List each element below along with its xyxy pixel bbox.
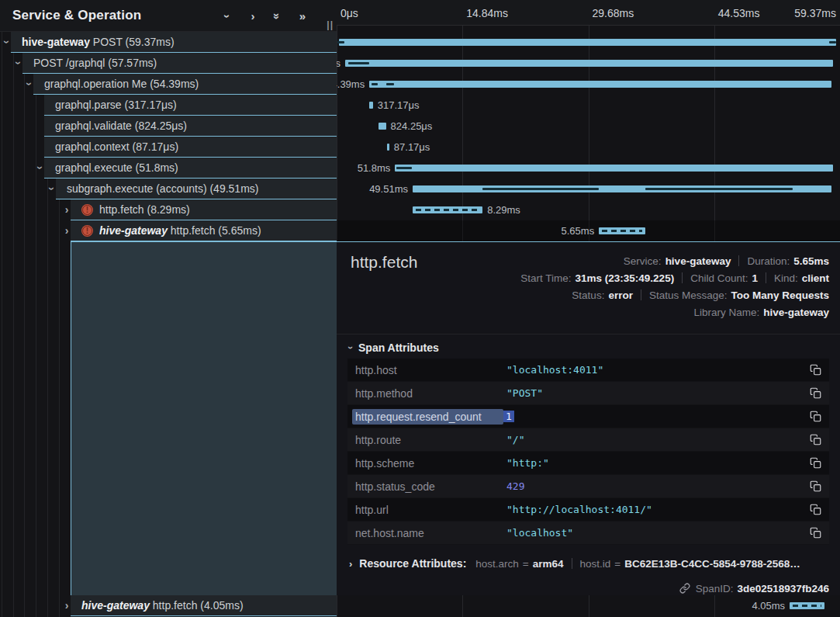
child-span-mark xyxy=(829,41,835,43)
meta-label: Status: xyxy=(572,289,604,301)
span-row[interactable]: ›graphql.operation Me (54.39ms) xyxy=(33,74,337,95)
span-duration-bar[interactable] xyxy=(395,165,833,172)
timeline-row: 49.51ms xyxy=(337,179,840,199)
attribute-value[interactable]: "localhost:4011" xyxy=(506,364,806,376)
equals-sign: = xyxy=(523,558,529,570)
chevron-down-icon[interactable]: › xyxy=(0,36,17,47)
attribute-row: http.scheme"http:" xyxy=(347,452,829,475)
child-span-marks xyxy=(793,605,821,607)
chevron-right-icon: › xyxy=(349,558,352,570)
span-row[interactable]: ›graphql.execute (51.8ms) xyxy=(44,158,337,179)
service-name: hive-gateway xyxy=(22,36,90,48)
attribute-key[interactable]: http.request.resend_count xyxy=(352,409,503,425)
timeline-row: 317.17μs xyxy=(337,95,840,116)
tree-row: graphql.validate (824.25μs) xyxy=(0,116,337,137)
attribute-value[interactable]: 429 xyxy=(506,480,806,492)
chevron-right-icon[interactable]: › xyxy=(61,199,72,220)
detail-meta-line: Start Time:31ms (23:35:49.225)Child Coun… xyxy=(520,269,829,286)
attribute-key[interactable]: http.route xyxy=(355,434,506,446)
time-tick-label: 0μs xyxy=(337,0,358,26)
link-icon[interactable] xyxy=(679,583,690,594)
span-row[interactable]: ›hive-gateway POST (59.37ms) xyxy=(11,32,337,53)
span-duration-bar[interactable] xyxy=(379,123,386,130)
meta-value: 31ms (23:35:49.225) xyxy=(576,272,675,284)
double-chevron-down-icon[interactable]: » xyxy=(271,10,284,23)
span-row[interactable]: ›hive-gateway http.fetch (5.65ms) xyxy=(71,220,337,241)
span-row[interactable]: ›POST /graphql (57.57ms) xyxy=(22,53,337,74)
span-duration-bar[interactable] xyxy=(345,60,833,67)
meta-value: hive-gateway xyxy=(665,255,731,267)
copy-icon[interactable] xyxy=(806,434,821,445)
chevron-down-icon[interactable]: › xyxy=(30,162,50,173)
attribute-key[interactable]: net.host.name xyxy=(355,527,506,539)
chevron-down-icon[interactable]: › xyxy=(19,78,40,89)
resource-attributes-title[interactable]: Resource Attributes: xyxy=(359,557,466,570)
service-name: hive-gateway xyxy=(81,599,150,612)
attribute-key[interactable]: http.host xyxy=(355,364,506,376)
span-row[interactable]: ›hive-gateway http.fetch (4.05ms) xyxy=(71,595,337,616)
copy-icon[interactable] xyxy=(806,504,821,515)
copy-icon[interactable] xyxy=(806,364,821,376)
chevron-down-icon[interactable]: › xyxy=(42,183,62,194)
copy-icon[interactable] xyxy=(806,387,821,399)
duration-label: 51.8ms xyxy=(358,158,391,179)
meta-value: hive-gateway xyxy=(763,307,829,318)
panel-resize-handle[interactable]: || xyxy=(327,19,334,30)
chevron-down-icon[interactable]: › xyxy=(9,57,29,68)
span-row[interactable]: ›http.fetch (8.29ms) xyxy=(71,199,337,220)
chevron-right-icon[interactable]: › xyxy=(247,10,259,23)
separator xyxy=(738,255,739,266)
attribute-key[interactable]: http.status_code xyxy=(355,480,506,493)
resource-value: BC62E13B-C4CC-5854-9788-2568… xyxy=(624,558,800,570)
copy-icon[interactable] xyxy=(806,527,821,539)
span-attributes-table: http.host"localhost:4011"http.method"POS… xyxy=(347,359,829,545)
detail-meta-line: Service:hive-gatewayDuration:5.65ms xyxy=(520,252,829,269)
attribute-row: http.route"/" xyxy=(347,428,829,452)
span-duration-bar[interactable] xyxy=(387,144,389,151)
copy-icon[interactable] xyxy=(806,411,821,422)
span-duration-bar[interactable] xyxy=(369,81,831,88)
timeline-row: 4.05ms xyxy=(337,595,840,616)
meta-value: error xyxy=(608,289,633,301)
attribute-value[interactable]: "http:" xyxy=(506,457,806,469)
copy-icon[interactable] xyxy=(806,457,821,469)
attribute-row: net.host.name"localhost" xyxy=(347,522,829,545)
attribute-value[interactable]: 1 xyxy=(503,411,806,422)
span-row[interactable]: graphql.validate (824.25μs) xyxy=(44,116,337,137)
attribute-value[interactable]: "http://localhost:4011/" xyxy=(506,504,806,515)
attribute-value[interactable]: "localhost" xyxy=(506,527,806,539)
chevron-down-icon[interactable]: › xyxy=(222,10,234,23)
chevron-right-icon[interactable]: › xyxy=(61,595,72,615)
duration-label: 5.65ms xyxy=(562,220,595,241)
tree-row: ›subgraph.execute (accounts) (49.51ms) xyxy=(0,179,337,199)
attribute-row: http.method"POST" xyxy=(347,382,829,405)
span-attributes-header[interactable]: › Span Attributes xyxy=(349,341,439,354)
span-duration-bar[interactable] xyxy=(369,102,373,109)
meta-value: 1 xyxy=(752,272,758,284)
timeline-row: 8.29ms xyxy=(337,199,840,220)
attribute-key[interactable]: http.url xyxy=(355,504,506,516)
span-row[interactable]: graphql.parse (317.17μs) xyxy=(44,95,337,116)
span-id-row: SpanID: 3de02518937fb246 xyxy=(679,579,829,598)
tree-row: graphql.parse (317.17μs) xyxy=(0,95,337,116)
chevron-right-icon[interactable]: › xyxy=(61,220,72,241)
timeline-panel: 0μs14.84ms29.68ms44.53ms59.37ms 59.37ms5… xyxy=(337,0,840,617)
copy-icon[interactable] xyxy=(806,480,821,492)
span-label: graphql.parse (317.17μs) xyxy=(55,99,177,111)
span-id-value: 3de02518937fb246 xyxy=(737,583,829,594)
child-span-mark xyxy=(337,41,344,43)
span-row[interactable]: graphql.context (87.17μs) xyxy=(44,137,337,158)
span-duration-bar[interactable] xyxy=(339,39,837,46)
detail-meta-line: Status:errorStatus Message:Too Many Requ… xyxy=(520,286,829,303)
double-chevron-right-icon[interactable]: » xyxy=(296,10,309,23)
attribute-value[interactable]: "POST" xyxy=(506,387,806,399)
attribute-value[interactable]: "/" xyxy=(506,434,806,445)
attribute-key[interactable]: http.scheme xyxy=(355,457,506,470)
child-span-mark xyxy=(396,167,411,169)
tree-row: graphql.context (87.17μs) xyxy=(0,137,337,158)
span-label: http.fetch (8.29ms) xyxy=(99,203,190,216)
attribute-key[interactable]: http.method xyxy=(355,387,506,400)
tree-header: Service & Operation ››»» || xyxy=(0,0,337,32)
span-row[interactable]: ›subgraph.execute (accounts) (49.51ms) xyxy=(56,179,337,199)
resource-key: host.id xyxy=(580,558,611,570)
